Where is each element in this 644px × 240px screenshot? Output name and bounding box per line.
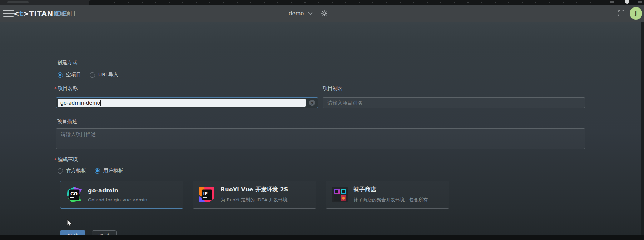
radio-official-template[interactable]: 官方模板: [58, 168, 86, 174]
workspace-selector[interactable]: demo: [289, 5, 313, 22]
clear-input-icon[interactable]: ×: [309, 100, 315, 106]
coding-environment-options: 官方模板 用户模板: [58, 168, 123, 174]
radio-label: 空项目: [66, 72, 81, 78]
project-description-label: 项目描述: [57, 118, 77, 125]
radio-label: 官方模板: [66, 168, 86, 174]
text-caret: [100, 100, 101, 106]
template-description: 袜子商店的聚合开发环境，包含所有...: [353, 197, 432, 203]
logo-t: t: [19, 9, 23, 18]
bookmark-dots: [114, 2, 598, 3]
settings-gear-icon[interactable]: [321, 5, 328, 22]
logo-titan: TITAN: [29, 9, 53, 18]
template-card-sock-shop[interactable]: 袜子商店 袜子商店的聚合开发环境，包含所有...: [326, 181, 449, 209]
template-name: RuoYi Vue 开发环境 2S: [221, 186, 288, 194]
radio-unselected-icon[interactable]: [90, 72, 95, 78]
radio-empty-project[interactable]: 空项目: [58, 72, 81, 78]
project-description-input[interactable]: [56, 128, 585, 149]
project-alias-label: 项目别名: [323, 85, 343, 92]
radio-user-template[interactable]: 用户模板: [95, 168, 123, 174]
project-name-input[interactable]: go-admin-demo ×: [56, 98, 318, 108]
template-card-go-admin[interactable]: GO go-admin Goland for gin-vue-admin: [60, 181, 183, 209]
page-title: 创建项目: [54, 5, 76, 22]
radio-unselected-icon[interactable]: [58, 168, 63, 174]
fullscreen-icon[interactable]: [618, 10, 624, 16]
browser-chrome: [0, 0, 644, 5]
template-description: Goland for gin-vue-admin: [88, 197, 147, 202]
creation-method-label: 创建方式: [57, 59, 77, 66]
chevron-down-icon: [308, 12, 313, 15]
mouse-cursor: [66, 219, 74, 228]
template-description: 为 RuoYi 定制的 IDEA 开发环境: [221, 197, 288, 203]
radio-label: URL导入: [98, 72, 118, 78]
radio-selected-icon[interactable]: [58, 72, 63, 78]
project-alias-input[interactable]: [323, 98, 585, 108]
hamburger-menu-icon[interactable]: [3, 10, 14, 17]
required-asterisk: *: [54, 86, 57, 91]
template-card-list: GO go-admin Goland for gin-vue-admin IE …: [60, 181, 449, 209]
user-avatar[interactable]: J: [630, 7, 642, 20]
required-asterisk: *: [54, 157, 57, 162]
template-name: go-admin: [88, 187, 147, 194]
radio-selected-icon[interactable]: [95, 168, 100, 174]
radio-url-import[interactable]: URL导入: [90, 72, 118, 78]
create-project-form: 创建方式 空项目 URL导入 *项目名称 项目别名 go-admin-demo …: [0, 22, 644, 240]
template-name: 袜子商店: [353, 186, 432, 194]
multi-ide-grid-icon: [332, 187, 348, 202]
app-header: <t>TITANIDE 创建项目 demo J: [0, 5, 644, 22]
project-name-value: go-admin-demo: [60, 100, 100, 106]
svg-text:IE: IE: [203, 191, 208, 196]
logo-bracket-close: >: [23, 9, 29, 18]
extension-icon[interactable]: [610, 1, 614, 3]
goland-icon: GO: [66, 187, 82, 202]
intellij-idea-icon: IE: [199, 187, 215, 202]
browser-tab-fragment: [7, 1, 29, 3]
project-name-label: *项目名称: [54, 85, 78, 92]
window-bottom-edge: [0, 235, 644, 240]
window-right-edge: [641, 22, 644, 235]
template-card-ruoyi-vue[interactable]: IE RuoYi Vue 开发环境 2S 为 RuoYi 定制的 IDEA 开发…: [193, 181, 316, 209]
svg-text:GO: GO: [70, 191, 78, 196]
project-name-autofill-area: go-admin-demo: [58, 99, 306, 107]
browser-menu-icon[interactable]: [638, 1, 642, 3]
coding-environment-label: *编码环境: [54, 157, 78, 163]
creation-method-options: 空项目 URL导入: [58, 72, 118, 78]
workspace-name: demo: [289, 10, 304, 17]
radio-label: 用户模板: [103, 168, 123, 174]
logo-bracket-open: <: [13, 9, 19, 18]
